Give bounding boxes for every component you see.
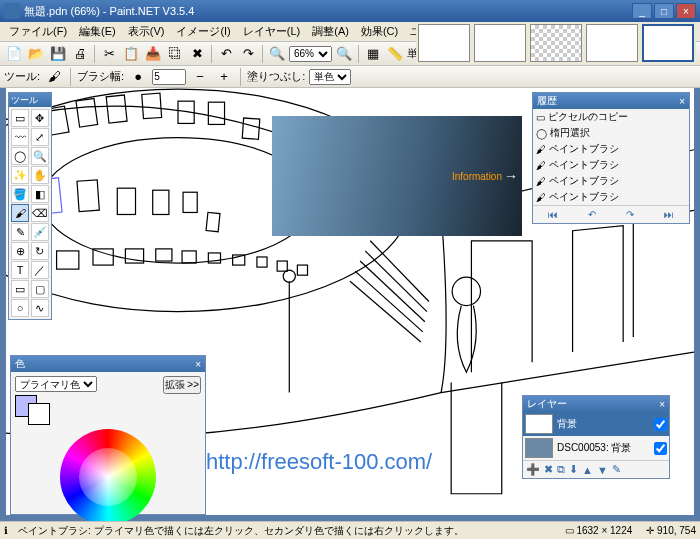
zoom-out-icon[interactable]: 🔍: [267, 44, 287, 64]
history-item[interactable]: ◯ 楕円選択: [533, 125, 689, 141]
down-layer-icon[interactable]: ▼: [597, 464, 608, 476]
save-icon[interactable]: 💾: [48, 44, 68, 64]
tool-brush[interactable]: 🖌: [11, 204, 29, 222]
doc-thumb[interactable]: [474, 24, 526, 62]
merge-layer-icon[interactable]: ⬇: [569, 463, 578, 476]
history-item[interactable]: 🖌 ペイントブラシ: [533, 157, 689, 173]
history-item[interactable]: 🖌 ペイントブラシ: [533, 141, 689, 157]
duplicate-layer-icon[interactable]: ⧉: [557, 463, 565, 476]
cut-icon[interactable]: ✂: [99, 44, 119, 64]
close-button[interactable]: ×: [676, 3, 696, 19]
up-layer-icon[interactable]: ▲: [582, 464, 593, 476]
history-item[interactable]: 🖌 ペイントブラシ: [533, 173, 689, 189]
svg-rect-7: [106, 95, 127, 123]
tool-ellipse-select[interactable]: ◯: [11, 147, 29, 165]
tool-clone[interactable]: ⊕: [11, 242, 29, 260]
layer-visible-checkbox[interactable]: [654, 442, 667, 455]
status-pos: ✛ 910, 754: [646, 525, 696, 536]
tool-line[interactable]: ／: [31, 261, 49, 279]
layer-props-icon[interactable]: ✎: [612, 463, 621, 476]
doc-thumb[interactable]: [530, 24, 582, 62]
tool-move[interactable]: ✥: [31, 109, 49, 127]
undo-icon[interactable]: ↶: [588, 209, 596, 220]
add-layer-icon[interactable]: ➕: [526, 463, 540, 476]
maximize-button[interactable]: □: [654, 3, 674, 19]
color-mode-select[interactable]: プライマリ色: [15, 376, 97, 392]
secondary-color-swatch[interactable]: [28, 403, 50, 425]
tools-window[interactable]: ツール ▭ ✥ 〰 ⤢ ◯ 🔍 ✨ ✋ 🪣 ◧ 🖌 ⌫ ✎ 💉 ⊕ ↻ T ／ …: [8, 92, 52, 320]
tool-roundrect[interactable]: ▢: [31, 280, 49, 298]
tool-ellipse[interactable]: ○: [11, 299, 29, 317]
tool-pencil[interactable]: ✎: [11, 223, 29, 241]
menu-file[interactable]: ファイル(F): [4, 22, 72, 41]
tool-recolor[interactable]: ↻: [31, 242, 49, 260]
doc-thumb[interactable]: [418, 24, 470, 62]
menu-image[interactable]: イメージ(I): [171, 22, 235, 41]
new-icon[interactable]: 📄: [4, 44, 24, 64]
close-icon[interactable]: ×: [679, 96, 685, 107]
tool-freeform[interactable]: ∿: [31, 299, 49, 317]
tool-wand[interactable]: ✨: [11, 166, 29, 184]
embedded-photo: Information: [272, 116, 522, 236]
doc-thumb[interactable]: [586, 24, 638, 62]
redo-icon[interactable]: ↷: [238, 44, 258, 64]
tool-pan[interactable]: ✋: [31, 166, 49, 184]
open-icon[interactable]: 📂: [26, 44, 46, 64]
tool-zoom[interactable]: 🔍: [31, 147, 49, 165]
history-item[interactable]: 🖌 ペイントブラシ: [533, 189, 689, 205]
svg-rect-6: [76, 98, 98, 127]
forward-icon[interactable]: ⏭: [664, 209, 674, 220]
minimize-button[interactable]: _: [632, 3, 652, 19]
titlebar[interactable]: 無題.pdn (66%) - Paint.NET V3.5.4 _ □ ×: [0, 0, 700, 22]
redo-icon[interactable]: ↷: [626, 209, 634, 220]
svg-rect-29: [297, 265, 307, 275]
menu-adjust[interactable]: 調整(A): [307, 22, 354, 41]
close-icon[interactable]: ×: [195, 359, 201, 370]
zoom-in-icon[interactable]: 🔍: [334, 44, 354, 64]
layer-item[interactable]: DSC00053: 背景: [523, 436, 669, 460]
tool-fill[interactable]: 🪣: [11, 185, 29, 203]
paste-icon[interactable]: 📥: [143, 44, 163, 64]
menu-edit[interactable]: 編集(E): [74, 22, 121, 41]
history-window[interactable]: 履歴× ▭ ピクセルのコピー ◯ 楕円選択 🖌 ペイントブラシ 🖌 ペイントブラ…: [532, 92, 690, 224]
zoom-select[interactable]: 66%: [289, 46, 332, 62]
tool-rect-select[interactable]: ▭: [11, 109, 29, 127]
history-list[interactable]: ▭ ピクセルのコピー ◯ 楕円選択 🖌 ペイントブラシ 🖌 ペイントブラシ 🖌 …: [533, 109, 689, 205]
tool-lasso[interactable]: 〰: [11, 128, 29, 146]
tool-move-sel[interactable]: ⤢: [31, 128, 49, 146]
fill-select[interactable]: 単色: [309, 69, 351, 85]
menu-effect[interactable]: 効果(C): [356, 22, 403, 41]
menu-view[interactable]: 表示(V): [123, 22, 170, 41]
close-icon[interactable]: ×: [659, 399, 665, 410]
tool-gradient[interactable]: ◧: [31, 185, 49, 203]
brush-inc-icon[interactable]: +: [214, 67, 234, 87]
copy-icon[interactable]: 📋: [121, 44, 141, 64]
layer-item[interactable]: 背景: [523, 412, 669, 436]
color-wheel[interactable]: [60, 429, 156, 525]
brush-shape-icon[interactable]: ●: [128, 67, 148, 87]
brush-dec-icon[interactable]: −: [190, 67, 210, 87]
tool-icon[interactable]: 🖌: [44, 67, 64, 87]
tools-title: ツール: [11, 94, 38, 107]
colors-window[interactable]: 色× プライマリ色 拡張 >>: [10, 355, 206, 515]
ruler-icon[interactable]: 📏: [385, 44, 405, 64]
crop-icon[interactable]: ⿻: [165, 44, 185, 64]
menu-layer[interactable]: レイヤー(L): [238, 22, 305, 41]
tool-text[interactable]: T: [11, 261, 29, 279]
tool-eraser[interactable]: ⌫: [31, 204, 49, 222]
undo-icon[interactable]: ↶: [216, 44, 236, 64]
tool-rect[interactable]: ▭: [11, 280, 29, 298]
print-icon[interactable]: 🖨: [70, 44, 90, 64]
layer-visible-checkbox[interactable]: [654, 418, 667, 431]
doc-thumb-current[interactable]: [642, 24, 694, 62]
grid-icon[interactable]: ▦: [363, 44, 383, 64]
history-item[interactable]: ▭ ピクセルのコピー: [533, 109, 689, 125]
tool-picker[interactable]: 💉: [31, 223, 49, 241]
rewind-icon[interactable]: ⏮: [548, 209, 558, 220]
colors-more-button[interactable]: 拡張 >>: [163, 376, 201, 394]
svg-rect-23: [156, 249, 172, 261]
brush-width-input[interactable]: [152, 69, 186, 85]
deselect-icon[interactable]: ✖: [187, 44, 207, 64]
delete-layer-icon[interactable]: ✖: [544, 463, 553, 476]
layers-window[interactable]: レイヤー× 背景 DSC00053: 背景 ➕ ✖ ⧉ ⬇ ▲ ▼ ✎: [522, 395, 670, 479]
